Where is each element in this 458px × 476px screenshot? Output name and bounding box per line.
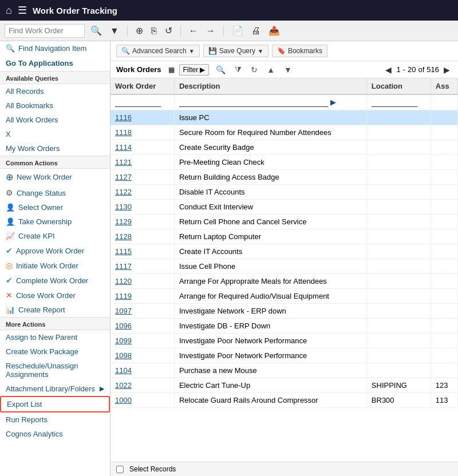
go-to-applications-btn[interactable]: Go To Applications bbox=[0, 55, 110, 71]
cell-work-order: 1119 bbox=[110, 289, 174, 304]
cell-location: BR300 bbox=[366, 393, 431, 408]
export-btn[interactable]: 📤 bbox=[266, 24, 282, 37]
work-order-link[interactable]: 1116 bbox=[115, 113, 132, 122]
work-order-link[interactable]: 1098 bbox=[115, 351, 132, 360]
sidebar-item-take-ownership[interactable]: 👤 Take Ownership bbox=[0, 215, 110, 229]
filter-btn[interactable]: Filter ▶ bbox=[179, 64, 210, 76]
work-order-link[interactable]: 1114 bbox=[115, 143, 132, 152]
work-order-link[interactable]: 1118 bbox=[115, 128, 132, 137]
sidebar-item-approve-work-order[interactable]: ✔ Approve Work Order bbox=[0, 243, 110, 258]
cell-description: Arrange for Required Audio/Visual Equipm… bbox=[174, 289, 366, 304]
search-nav-icon: 🔍 bbox=[6, 44, 15, 53]
work-order-link[interactable]: 1120 bbox=[115, 277, 132, 285]
all-records-label: All Records bbox=[6, 87, 44, 96]
available-queries-header: Available Queries bbox=[0, 71, 110, 84]
back-btn[interactable]: ← bbox=[187, 25, 200, 37]
copy-btn[interactable]: ⎘ bbox=[149, 25, 159, 37]
find-work-order-input[interactable] bbox=[5, 24, 85, 38]
dropdown-btn[interactable]: ▼ bbox=[108, 25, 121, 37]
cell-location bbox=[366, 170, 431, 185]
table-search-btn[interactable]: 🔍 bbox=[214, 64, 228, 76]
sidebar-item-close-work-order[interactable]: ✕ Close Work Order bbox=[0, 288, 110, 303]
work-order-link[interactable]: 1129 bbox=[115, 217, 132, 226]
cell-description: Conduct Exit Interview bbox=[174, 200, 366, 215]
sidebar-item-select-owner[interactable]: 👤 Select Owner bbox=[0, 200, 110, 215]
sidebar-item-my-work-orders[interactable]: My Work Orders bbox=[0, 141, 110, 156]
sidebar-item-x[interactable]: X bbox=[0, 127, 110, 141]
sidebar-item-export-list[interactable]: Export List bbox=[0, 396, 110, 412]
filter-arrow: ▶ bbox=[200, 66, 205, 74]
doc-btn[interactable]: 📄 bbox=[230, 24, 246, 37]
bookmarks-btn[interactable]: 🔖 Bookmarks bbox=[272, 45, 327, 57]
sidebar-item-create-work-package[interactable]: Create Work Package bbox=[0, 344, 110, 359]
sidebar-item-create-report[interactable]: 📊 Create Report bbox=[0, 303, 110, 317]
work-order-link[interactable]: 1099 bbox=[115, 336, 132, 345]
sidebar-item-run-reports[interactable]: Run Reports bbox=[0, 412, 110, 427]
work-order-link[interactable]: 1115 bbox=[115, 247, 132, 256]
sidebar-item-reschedule[interactable]: Reschedule/Unassign Assignments bbox=[0, 359, 110, 382]
forward-btn[interactable]: → bbox=[204, 25, 218, 37]
change-status-icon: ⚙ bbox=[6, 188, 13, 197]
table-row: 1118Secure Room for Required Number Atte… bbox=[110, 125, 458, 140]
new-record-btn[interactable]: ⊕ bbox=[133, 24, 145, 37]
cell-location bbox=[366, 334, 431, 348]
table-down-btn[interactable]: ▼ bbox=[282, 64, 294, 76]
work-order-link[interactable]: 1127 bbox=[115, 173, 132, 181]
print-btn[interactable]: 🖨 bbox=[249, 25, 263, 37]
work-order-link[interactable]: 1130 bbox=[115, 203, 132, 211]
sidebar-item-complete-work-order[interactable]: ✔ Complete Work Order bbox=[0, 273, 110, 288]
cell-ass bbox=[431, 110, 457, 125]
work-order-link[interactable]: 1104 bbox=[115, 366, 132, 375]
undo-btn[interactable]: ↺ bbox=[163, 24, 175, 37]
select-records-checkbox[interactable] bbox=[116, 466, 124, 473]
cell-description: Return Laptop Computer bbox=[174, 229, 366, 244]
bookmark-icon: 🔖 bbox=[277, 47, 286, 55]
work-order-link[interactable]: 1121 bbox=[115, 158, 132, 166]
loc-search-input[interactable] bbox=[372, 98, 417, 107]
sidebar: 🔍 Find Navigation Item Go To Application… bbox=[0, 41, 110, 476]
work-order-link[interactable]: 1096 bbox=[115, 322, 132, 330]
create-report-label: Create Report bbox=[18, 306, 65, 314]
sidebar-item-attachment-library[interactable]: Attachment Library/Folders ▶ bbox=[0, 382, 110, 396]
sidebar-item-all-bookmarks[interactable]: All Bookmarks bbox=[0, 98, 110, 113]
cell-location bbox=[366, 363, 431, 378]
work-order-link[interactable]: 1122 bbox=[115, 188, 132, 196]
desc-search-input[interactable] bbox=[179, 98, 328, 107]
work-order-link[interactable]: 1119 bbox=[115, 292, 132, 300]
sidebar-item-initiate-work-order[interactable]: ◎ Initiate Work Order bbox=[0, 258, 110, 273]
home-icon[interactable]: ⌂ bbox=[6, 5, 12, 17]
sidebar-item-all-records[interactable]: All Records bbox=[0, 84, 110, 98]
sidebar-item-change-status[interactable]: ⚙ Change Status bbox=[0, 185, 110, 200]
work-order-link[interactable]: 1022 bbox=[115, 381, 132, 390]
cell-work-order: 1114 bbox=[110, 140, 174, 155]
take-ownership-label: Take Ownership bbox=[18, 217, 72, 226]
work-order-link[interactable]: 1117 bbox=[115, 262, 132, 271]
work-order-link[interactable]: 1097 bbox=[115, 307, 132, 315]
table-filter-icon-btn[interactable]: ⧩ bbox=[232, 64, 244, 76]
find-navigation-item[interactable]: 🔍 Find Navigation Item bbox=[0, 41, 110, 55]
save-query-btn[interactable]: 💾 Save Query ▼ bbox=[203, 45, 269, 57]
cell-work-order: 1097 bbox=[110, 304, 174, 319]
change-status-label: Change Status bbox=[17, 189, 66, 197]
sidebar-item-all-work-orders[interactable]: All Work Orders bbox=[0, 113, 110, 127]
sidebar-item-assign-new-parent[interactable]: Assign to New Parent bbox=[0, 330, 110, 344]
next-page-btn[interactable]: ▶ bbox=[441, 64, 452, 76]
cell-work-order: 1115 bbox=[110, 244, 174, 259]
cell-description: Investigate DB - ERP Down bbox=[174, 319, 366, 334]
work-order-link[interactable]: 1000 bbox=[115, 396, 132, 404]
table-up-btn[interactable]: ▲ bbox=[264, 64, 277, 76]
sidebar-item-create-kpi[interactable]: 📈 Create KPI bbox=[0, 229, 110, 243]
pagination-total: 516 bbox=[427, 65, 439, 74]
cell-ass bbox=[431, 363, 457, 378]
cell-location bbox=[366, 319, 431, 334]
sidebar-item-new-work-order[interactable]: ⊕ New Work Order bbox=[0, 169, 110, 185]
table-refresh-btn[interactable]: ↻ bbox=[248, 64, 260, 76]
prev-page-btn[interactable]: ◀ bbox=[383, 64, 394, 76]
menu-icon[interactable]: ☰ bbox=[18, 4, 27, 17]
wo-search-input[interactable] bbox=[115, 98, 161, 107]
save-query-arrow: ▼ bbox=[258, 48, 263, 54]
search-icon-btn[interactable]: 🔍 bbox=[88, 24, 104, 37]
sidebar-item-cognos-analytics[interactable]: Cognos Analytics bbox=[0, 427, 110, 441]
work-order-link[interactable]: 1128 bbox=[115, 232, 132, 241]
advanced-search-btn[interactable]: 🔍 Advanced Search ▼ bbox=[116, 45, 200, 57]
